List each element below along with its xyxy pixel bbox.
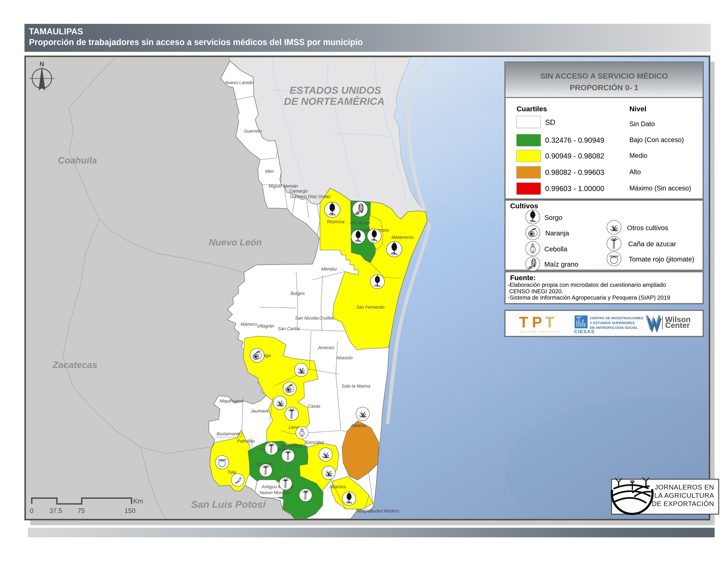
- svg-text:San Nicolás: San Nicolás: [295, 316, 319, 321]
- svg-text:Y ESTUDIOS SUPERIORES: Y ESTUDIOS SUPERIORES: [590, 321, 635, 325]
- svg-text:P: P: [532, 314, 544, 331]
- svg-text:Medio: Medio: [629, 152, 647, 159]
- svg-text:T: T: [545, 314, 557, 331]
- svg-text:-Elaboración propia con microd: -Elaboración propia con microdatos del c…: [508, 282, 666, 288]
- svg-text:Méndez: Méndez: [321, 266, 337, 271]
- svg-text:LA AGRICULTURA: LA AGRICULTURA: [654, 492, 714, 499]
- svg-text:Otros cultivos: Otros cultivos: [627, 224, 668, 232]
- svg-text:Sin Dato: Sin Dato: [629, 120, 655, 127]
- svg-text:Camargo: Camargo: [289, 188, 308, 193]
- svg-text:-Sistema de Información Agrope: -Sistema de Información Agropecuaria y P…: [508, 294, 670, 301]
- svg-text:0: 0: [30, 507, 33, 514]
- svg-text:CENTRO DE INVESTIGACIONES: CENTRO DE INVESTIGACIONES: [590, 316, 643, 320]
- svg-text:ESTADOS UNIDOS: ESTADOS UNIDOS: [290, 84, 381, 96]
- svg-text:Aldama: Aldama: [350, 423, 366, 428]
- svg-text:Center: Center: [665, 321, 690, 330]
- svg-text:Cuartiles: Cuartiles: [517, 105, 547, 113]
- svg-text:T: T: [519, 314, 531, 331]
- svg-text:Jiménez: Jiménez: [318, 345, 334, 350]
- svg-text:JORNALEROS EN: JORNALEROS EN: [655, 483, 714, 491]
- svg-text:Caña de azucar: Caña de azucar: [628, 240, 676, 248]
- svg-text:Burgos: Burgos: [291, 291, 305, 296]
- svg-text:TAMAULIPAS: TAMAULIPAS: [29, 27, 83, 36]
- svg-text:N: N: [40, 61, 44, 68]
- svg-text:Ciudad Madero: Ciudad Madero: [369, 509, 399, 514]
- svg-text:San Carlos: San Carlos: [278, 326, 300, 331]
- svg-text:Km: Km: [133, 497, 143, 505]
- svg-text:0.32476 - 0.90949: 0.32476 - 0.90949: [545, 136, 604, 144]
- svg-text:DE EXPORTACIÓN: DE EXPORTACIÓN: [652, 500, 714, 508]
- svg-text:Nuevo León: Nuevo León: [209, 237, 262, 247]
- svg-text:Alto: Alto: [629, 168, 641, 175]
- svg-text:Villagrán: Villagrán: [257, 324, 274, 329]
- svg-text:Maíz grano: Maíz grano: [544, 260, 578, 268]
- svg-text:Miguel Alemán: Miguel Alemán: [269, 184, 298, 188]
- svg-text:Nivel: Nivel: [629, 105, 646, 113]
- svg-text:Tula: Tula: [227, 470, 236, 475]
- svg-text:Cruillas: Cruillas: [319, 316, 334, 321]
- svg-text:Nuevo Morelos: Nuevo Morelos: [260, 490, 290, 495]
- svg-text:Cebolla: Cebolla: [544, 245, 567, 253]
- svg-text:75: 75: [77, 507, 85, 514]
- svg-text:150: 150: [124, 507, 136, 514]
- svg-text:Altamira: Altamira: [329, 484, 346, 489]
- svg-text:0.98082 - 0.99603: 0.98082 - 0.99603: [545, 168, 604, 176]
- svg-text:Tomate rojo (jitomate): Tomate rojo (jitomate): [629, 255, 694, 263]
- svg-text:Casas: Casas: [308, 404, 320, 409]
- svg-text:Bajo (Con acceso): Bajo (Con acceso): [629, 136, 684, 143]
- svg-text:Palmillas: Palmillas: [237, 439, 255, 444]
- svg-text:Abasolo: Abasolo: [336, 355, 353, 360]
- svg-text:SD: SD: [545, 118, 555, 126]
- svg-text:0.90949 - 0.98082: 0.90949 - 0.98082: [545, 152, 604, 160]
- svg-text:Río Bravo: Río Bravo: [350, 220, 370, 225]
- svg-text:Bustamante: Bustamante: [217, 431, 240, 436]
- svg-text:0.99603 - 1.00000: 0.99603 - 1.00000: [545, 184, 604, 192]
- svg-text:González: González: [305, 440, 324, 445]
- svg-text:Mainero: Mainero: [241, 322, 257, 327]
- svg-text:EVALUACIÓN Y PROYECTOS S.C.: EVALUACIÓN Y PROYECTOS S.C.: [520, 331, 561, 333]
- svg-text:Naranja: Naranja: [545, 229, 569, 237]
- svg-text:Gustavo Díaz Ordaz: Gustavo Díaz Ordaz: [290, 194, 331, 199]
- svg-text:EN ANTROPOLOGÍA SOCIAL: EN ANTROPOLOGÍA SOCIAL: [590, 326, 638, 330]
- svg-text:Coahuila: Coahuila: [58, 155, 97, 165]
- svg-text:Nuevo Laredo: Nuevo Laredo: [225, 80, 253, 85]
- svg-text:Matamoros: Matamoros: [391, 235, 414, 240]
- svg-text:Soto la Marina: Soto la Marina: [341, 384, 370, 389]
- svg-text:Zacatecas: Zacatecas: [52, 360, 97, 370]
- svg-text:Jaumave: Jaumave: [250, 409, 269, 414]
- svg-text:SIN ACCESO A SERVICIO MÉDICO: SIN ACCESO A SERVICIO MÉDICO: [540, 71, 668, 80]
- svg-text:San Luis Potosí: San Luis Potosí: [191, 499, 267, 510]
- svg-text:Máximo (Sin acceso): Máximo (Sin acceso): [629, 184, 691, 192]
- svg-text:Fuente:: Fuente:: [510, 274, 536, 282]
- svg-text:PROPORCIÓN 0- 1: PROPORCIÓN 0- 1: [570, 83, 638, 92]
- svg-text:37.5: 37.5: [49, 507, 62, 514]
- svg-text:Miquihuana: Miquihuana: [220, 399, 243, 404]
- svg-text:CENSO INEGI 2020.: CENSO INEGI 2020.: [509, 288, 563, 295]
- svg-text:Cultivos: Cultivos: [510, 202, 538, 210]
- svg-text:Mier: Mier: [265, 169, 274, 174]
- svg-text:Sorgo: Sorgo: [544, 214, 562, 221]
- svg-text:Reynosa: Reynosa: [327, 219, 345, 224]
- svg-text:San Fernando: San Fernando: [356, 305, 384, 310]
- svg-text:DE NORTEAMÉRICA: DE NORTEAMÉRICA: [284, 95, 385, 107]
- svg-text:Guerrero: Guerrero: [244, 129, 262, 134]
- svg-text:Proporción de trabajadores sin: Proporción de trabajadores sin acceso a …: [29, 37, 363, 47]
